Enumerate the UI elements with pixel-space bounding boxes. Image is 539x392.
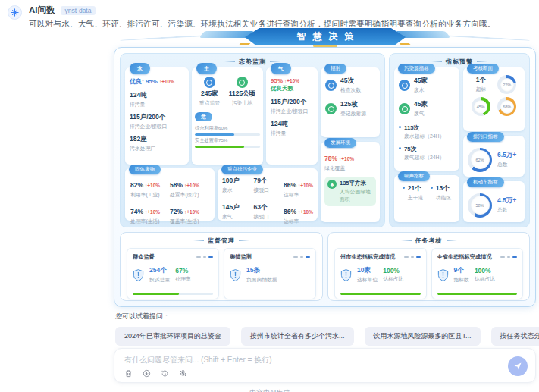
water-grade: 优良: 95%↑+10% — [130, 77, 184, 86]
development-env-pill: 发展环境 — [324, 138, 356, 148]
sparkle-icon — [11, 8, 19, 17]
air-card: 气 95%↑+10% 优良天数 115户/200个 排污企业/接驳口 124吨 … — [266, 67, 318, 165]
shield-icon — [133, 269, 144, 281]
suggestion-chip-2[interactable]: 按州市统计全省有多少个污水... — [241, 327, 354, 346]
outlet-pill: 排污口指标 — [467, 132, 504, 142]
pollution-source-pill: 污染源指标 — [398, 64, 435, 74]
chat-input[interactable] — [124, 353, 496, 365]
suggestion-chip-3[interactable]: 饮用水源地风险源最多的区县T... — [365, 327, 481, 346]
gas-icon — [399, 103, 410, 114]
stat-inspections: 45次检查次数 — [325, 77, 375, 94]
donut-icon — [204, 77, 215, 88]
card-controls[interactable] — [500, 256, 517, 258]
tree-icon: ♣ — [327, 180, 337, 189]
gauge-ring: 58% — [468, 193, 492, 218]
noise-pill: 噪声指标 — [398, 171, 430, 181]
sw-item: 58%↑+10% 处置率(医疗) — [170, 177, 209, 199]
solid-waste-pill: 固体废物 — [129, 165, 161, 174]
shield-icon — [437, 269, 449, 281]
tab-hazardous[interactable]: 危 — [195, 112, 212, 121]
solid-waste-card: 固体废物 82%↑+10% 利用率(工业) 58%↑+10% 处置率(医疗) — [125, 168, 215, 221]
clear-trash-icon[interactable] — [124, 369, 133, 378]
panel-supervision: 监督管理 群众监督 254个投诉总量 67%处理率 — [120, 232, 323, 301]
outlet-card: 排污口指标 62% 6.5万+总数 — [463, 136, 525, 177]
tab-air[interactable]: 气 — [271, 63, 291, 74]
smart-decision-dashboard: 智慧决策 态势监测 水 优良: 95%↑+10% 124吨 排 — [114, 27, 536, 307]
stat-plants: 182座 污水处理厂 — [130, 135, 184, 152]
noise-card: 噪声指标 21个 主干道 13个 功能区 — [394, 175, 459, 222]
panel-title: 任务考核 — [328, 233, 529, 245]
chat-header: AI问数 ynst-data 可以对与水、大气、环评、排污许可、污染源、环境执法… — [8, 5, 536, 30]
suggestions-section: 您可以试着提问： 2024年已审批环评项目的总资金 按州市统计全省有多少个污水.… — [115, 312, 536, 346]
public-supervision-card: 群众监督 254个投诉总量 67%处理率 — [127, 248, 219, 299]
suggestion-chip-1[interactable]: 2024年已审批环评项目的总资金 — [115, 327, 230, 346]
banner-gold-accent-left — [239, 43, 251, 45]
stat-sources: 125枚登记放射源 — [325, 100, 375, 118]
vehicle-card: 机动车指标 58% 4.5万+总数 — [463, 181, 525, 222]
download-circle-icon[interactable] — [143, 369, 151, 378]
city-indicator-card: 州市生态指标完成情况 10家达标单位 100%达标占比 — [334, 248, 427, 299]
gauge-ring-orange: 68% — [497, 97, 516, 116]
banner-gold-accent-right — [400, 43, 412, 45]
send-button[interactable] — [508, 356, 528, 376]
mic-off-icon[interactable] — [179, 369, 187, 378]
hazard-bar-1: 综合利用率60% — [195, 125, 260, 136]
opinion-monitoring-card: 舆情监测 15条负面舆情数据 — [224, 248, 316, 299]
shield-icon — [340, 269, 352, 281]
radiation-card: 辐射 45次检查次数 125枚登记放射源 — [321, 67, 380, 137]
kpe-row-wastewater: 100户废水 79个接驳口 86%↑+10%达标率 — [222, 177, 313, 199]
card-controls[interactable] — [196, 256, 213, 258]
progress-fill — [133, 293, 179, 296]
dashboard-banner: 智慧决策 — [245, 28, 406, 45]
suggestion-chip-4[interactable]: 按任务状态分析2024年出动执... — [491, 327, 539, 346]
park-green-space-chip: ♣ 135平方米 人均公园绿地面积 — [324, 177, 376, 206]
shield-icon — [230, 269, 241, 281]
progress-fill — [437, 293, 518, 296]
vehicle-pill: 机动车指标 — [467, 177, 504, 187]
progress-track — [133, 293, 213, 296]
progress-fill — [195, 146, 244, 149]
dashboard-card: 态势监测 水 优良: 95%↑+10% 124吨 排污量 — [114, 47, 536, 307]
paper-plane-icon — [513, 362, 522, 371]
stat-key-supervision: 245家 重点监管 — [199, 77, 220, 107]
stat-wastewater: 45家废水 — [399, 77, 455, 94]
panel-title: 监督管理 — [121, 233, 322, 245]
stat-discharge: 124吨 排污量 — [271, 120, 313, 137]
stat-wastegas: 45家废气 — [399, 100, 455, 118]
tab-soil[interactable]: 土 — [196, 63, 217, 74]
stat-polluted-land: 1125公顷 污染土地 — [229, 77, 255, 107]
app-title: AI问数 — [29, 5, 55, 16]
stat-enterprises: 115户/200个 排污企业/接驳口 — [271, 98, 313, 115]
progress-track — [340, 293, 421, 296]
tab-water[interactable]: 水 — [130, 63, 150, 74]
gauge-ring: 62% — [468, 148, 492, 172]
footer-note: 内容由AI生成 — [0, 388, 539, 392]
water-icon — [399, 80, 410, 91]
gauge-ring-blue: 22% — [497, 75, 516, 94]
dashboard-title: 智慧决策 — [290, 30, 361, 43]
recycle-icon — [237, 77, 248, 88]
card-controls[interactable] — [404, 256, 421, 258]
panel-indicator-warning: 指标预警 污染源指标 45家废水 45家废气 115次 废水超标（24H） — [389, 53, 530, 227]
panel-situation-monitoring: 态势监测 水 优良: 95%↑+10% 124吨 排污量 — [120, 53, 385, 227]
noise-function-zone: 13个 功能区 — [431, 184, 451, 202]
ai-avatar — [8, 5, 22, 20]
progress-fill — [195, 133, 234, 136]
noise-main-road: 21个 主干道 — [403, 184, 423, 202]
pollution-source-card: 污染源指标 45家废水 45家废气 115次 废水超标（24H） 75次 — [394, 67, 459, 171]
progress-track — [437, 293, 518, 296]
card-controls[interactable] — [293, 256, 310, 258]
chat-input-card — [114, 348, 536, 383]
history-icon[interactable] — [161, 369, 169, 378]
stat-enterprises: 115户/200个 排污企业/接驳口 — [130, 113, 184, 130]
radiation-pill: 辐射 — [324, 64, 346, 74]
exceed-water: 115次 废水超标（24H） — [399, 124, 455, 140]
sw-item: 74%↑+10% 处理率(生活) — [130, 203, 170, 225]
section-exceed: 1个 超标 — [475, 76, 486, 93]
hazard-bar-2: 安全处置率75% — [195, 137, 260, 148]
suggestions-label: 您可以试着提问： — [115, 312, 536, 321]
key-polluters-pill: 重点排污企业 — [221, 165, 263, 174]
panel-task-assessment: 任务考核 州市生态指标完成情况 10家达标单位 100%达标占比 — [327, 232, 530, 301]
province-indicator-card: 全省生态指标完成情况 9个指标数 100%达标占比 — [431, 248, 524, 299]
air-grade: 95%↑+10% 优良天数 — [271, 77, 313, 93]
